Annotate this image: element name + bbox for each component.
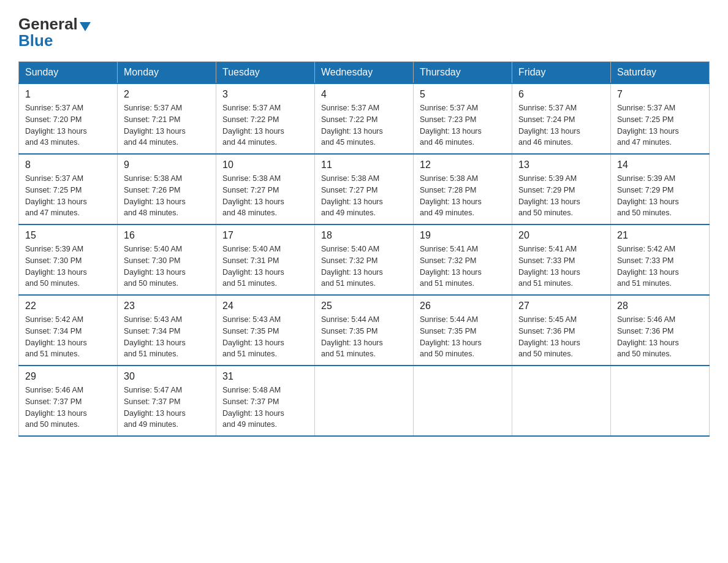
- weekday-header: Sunday: [19, 62, 118, 84]
- calendar-cell: [512, 366, 611, 436]
- day-info: Sunrise: 5:44 AM Sunset: 7:35 PM Dayligh…: [420, 314, 506, 360]
- weekday-header: Saturday: [611, 62, 710, 84]
- day-number: 30: [124, 371, 210, 382]
- calendar-cell: 24 Sunrise: 5:43 AM Sunset: 7:35 PM Dayl…: [216, 295, 315, 366]
- calendar-cell: 26 Sunrise: 5:44 AM Sunset: 7:35 PM Dayl…: [414, 295, 512, 366]
- calendar-cell: 21 Sunrise: 5:42 AM Sunset: 7:33 PM Dayl…: [611, 224, 710, 295]
- calendar-week-row: 1 Sunrise: 5:37 AM Sunset: 7:20 PM Dayli…: [19, 83, 710, 154]
- calendar-cell: 30 Sunrise: 5:47 AM Sunset: 7:37 PM Dayl…: [118, 366, 216, 436]
- day-info: Sunrise: 5:37 AM Sunset: 7:25 PM Dayligh…: [617, 102, 703, 148]
- day-info: Sunrise: 5:41 AM Sunset: 7:33 PM Dayligh…: [518, 243, 604, 289]
- day-number: 23: [124, 301, 210, 312]
- weekday-header: Wednesday: [315, 62, 414, 84]
- calendar-cell: 29 Sunrise: 5:46 AM Sunset: 7:37 PM Dayl…: [19, 366, 118, 436]
- calendar-cell: 5 Sunrise: 5:37 AM Sunset: 7:23 PM Dayli…: [414, 83, 512, 154]
- page-header: General Blue: [18, 15, 710, 50]
- day-number: 3: [222, 89, 308, 100]
- day-info: Sunrise: 5:37 AM Sunset: 7:21 PM Dayligh…: [124, 102, 210, 148]
- calendar-table: SundayMondayTuesdayWednesdayThursdayFrid…: [18, 61, 710, 437]
- weekday-header: Thursday: [414, 62, 512, 84]
- day-number: 31: [222, 371, 308, 382]
- day-info: Sunrise: 5:37 AM Sunset: 7:22 PM Dayligh…: [321, 102, 407, 148]
- day-number: 13: [518, 159, 604, 170]
- calendar-header-row: SundayMondayTuesdayWednesdayThursdayFrid…: [19, 62, 710, 84]
- day-number: 11: [321, 159, 407, 170]
- day-number: 24: [222, 301, 308, 312]
- calendar-cell: 19 Sunrise: 5:41 AM Sunset: 7:32 PM Dayl…: [414, 224, 512, 295]
- calendar-cell: 4 Sunrise: 5:37 AM Sunset: 7:22 PM Dayli…: [315, 83, 414, 154]
- calendar-cell: 2 Sunrise: 5:37 AM Sunset: 7:21 PM Dayli…: [118, 83, 216, 154]
- day-info: Sunrise: 5:37 AM Sunset: 7:20 PM Dayligh…: [25, 102, 111, 148]
- day-number: 20: [518, 230, 604, 241]
- weekday-header: Tuesday: [216, 62, 315, 84]
- day-info: Sunrise: 5:47 AM Sunset: 7:37 PM Dayligh…: [124, 385, 210, 431]
- day-number: 15: [25, 230, 111, 241]
- day-number: 6: [518, 89, 604, 100]
- calendar-cell: [315, 366, 414, 436]
- day-info: Sunrise: 5:40 AM Sunset: 7:31 PM Dayligh…: [222, 243, 308, 289]
- calendar-cell: [611, 366, 710, 436]
- day-info: Sunrise: 5:38 AM Sunset: 7:26 PM Dayligh…: [124, 173, 210, 219]
- calendar-cell: 12 Sunrise: 5:38 AM Sunset: 7:28 PM Dayl…: [414, 154, 512, 224]
- day-info: Sunrise: 5:40 AM Sunset: 7:30 PM Dayligh…: [124, 243, 210, 289]
- day-info: Sunrise: 5:42 AM Sunset: 7:33 PM Dayligh…: [617, 243, 703, 289]
- day-info: Sunrise: 5:46 AM Sunset: 7:37 PM Dayligh…: [25, 385, 111, 431]
- day-number: 21: [617, 230, 703, 241]
- calendar-cell: 3 Sunrise: 5:37 AM Sunset: 7:22 PM Dayli…: [216, 83, 315, 154]
- day-number: 22: [25, 301, 111, 312]
- calendar-cell: 1 Sunrise: 5:37 AM Sunset: 7:20 PM Dayli…: [19, 83, 118, 154]
- day-info: Sunrise: 5:46 AM Sunset: 7:36 PM Dayligh…: [617, 314, 703, 360]
- day-number: 16: [124, 230, 210, 241]
- calendar-cell: 27 Sunrise: 5:45 AM Sunset: 7:36 PM Dayl…: [512, 295, 611, 366]
- day-number: 7: [617, 89, 703, 100]
- calendar-cell: 15 Sunrise: 5:39 AM Sunset: 7:30 PM Dayl…: [19, 224, 118, 295]
- calendar-week-row: 15 Sunrise: 5:39 AM Sunset: 7:30 PM Dayl…: [19, 224, 710, 295]
- calendar-cell: 22 Sunrise: 5:42 AM Sunset: 7:34 PM Dayl…: [19, 295, 118, 366]
- day-info: Sunrise: 5:43 AM Sunset: 7:35 PM Dayligh…: [222, 314, 308, 360]
- calendar-cell: 28 Sunrise: 5:46 AM Sunset: 7:36 PM Dayl…: [611, 295, 710, 366]
- calendar-cell: [414, 366, 512, 436]
- day-info: Sunrise: 5:42 AM Sunset: 7:34 PM Dayligh…: [25, 314, 111, 360]
- weekday-header: Monday: [118, 62, 216, 84]
- calendar-cell: 6 Sunrise: 5:37 AM Sunset: 7:24 PM Dayli…: [512, 83, 611, 154]
- calendar-cell: 9 Sunrise: 5:38 AM Sunset: 7:26 PM Dayli…: [118, 154, 216, 224]
- calendar-cell: 18 Sunrise: 5:40 AM Sunset: 7:32 PM Dayl…: [315, 224, 414, 295]
- weekday-header: Friday: [512, 62, 611, 84]
- day-info: Sunrise: 5:48 AM Sunset: 7:37 PM Dayligh…: [222, 385, 308, 431]
- logo: General Blue: [18, 15, 91, 50]
- day-info: Sunrise: 5:39 AM Sunset: 7:30 PM Dayligh…: [25, 243, 111, 289]
- day-info: Sunrise: 5:40 AM Sunset: 7:32 PM Dayligh…: [321, 243, 407, 289]
- calendar-cell: 7 Sunrise: 5:37 AM Sunset: 7:25 PM Dayli…: [611, 83, 710, 154]
- logo-blue: Blue: [18, 31, 53, 50]
- day-number: 19: [420, 230, 506, 241]
- calendar-cell: 16 Sunrise: 5:40 AM Sunset: 7:30 PM Dayl…: [118, 224, 216, 295]
- day-info: Sunrise: 5:37 AM Sunset: 7:23 PM Dayligh…: [420, 102, 506, 148]
- day-number: 26: [420, 301, 506, 312]
- day-number: 9: [124, 159, 210, 170]
- day-info: Sunrise: 5:44 AM Sunset: 7:35 PM Dayligh…: [321, 314, 407, 360]
- calendar-cell: 14 Sunrise: 5:39 AM Sunset: 7:29 PM Dayl…: [611, 154, 710, 224]
- day-info: Sunrise: 5:37 AM Sunset: 7:25 PM Dayligh…: [25, 173, 111, 219]
- day-number: 1: [25, 89, 111, 100]
- day-number: 28: [617, 301, 703, 312]
- day-info: Sunrise: 5:39 AM Sunset: 7:29 PM Dayligh…: [617, 173, 703, 219]
- day-number: 27: [518, 301, 604, 312]
- calendar-cell: 8 Sunrise: 5:37 AM Sunset: 7:25 PM Dayli…: [19, 154, 118, 224]
- day-info: Sunrise: 5:38 AM Sunset: 7:27 PM Dayligh…: [321, 173, 407, 219]
- calendar-cell: 13 Sunrise: 5:39 AM Sunset: 7:29 PM Dayl…: [512, 154, 611, 224]
- calendar-cell: 31 Sunrise: 5:48 AM Sunset: 7:37 PM Dayl…: [216, 366, 315, 436]
- day-info: Sunrise: 5:38 AM Sunset: 7:28 PM Dayligh…: [420, 173, 506, 219]
- day-info: Sunrise: 5:39 AM Sunset: 7:29 PM Dayligh…: [518, 173, 604, 219]
- day-info: Sunrise: 5:41 AM Sunset: 7:32 PM Dayligh…: [420, 243, 506, 289]
- day-number: 29: [25, 371, 111, 382]
- calendar-cell: 11 Sunrise: 5:38 AM Sunset: 7:27 PM Dayl…: [315, 154, 414, 224]
- calendar-cell: 20 Sunrise: 5:41 AM Sunset: 7:33 PM Dayl…: [512, 224, 611, 295]
- day-number: 4: [321, 89, 407, 100]
- day-number: 10: [222, 159, 308, 170]
- calendar-cell: 10 Sunrise: 5:38 AM Sunset: 7:27 PM Dayl…: [216, 154, 315, 224]
- day-info: Sunrise: 5:38 AM Sunset: 7:27 PM Dayligh…: [222, 173, 308, 219]
- day-info: Sunrise: 5:43 AM Sunset: 7:34 PM Dayligh…: [124, 314, 210, 360]
- calendar-cell: 25 Sunrise: 5:44 AM Sunset: 7:35 PM Dayl…: [315, 295, 414, 366]
- day-info: Sunrise: 5:37 AM Sunset: 7:24 PM Dayligh…: [518, 102, 604, 148]
- calendar-cell: 17 Sunrise: 5:40 AM Sunset: 7:31 PM Dayl…: [216, 224, 315, 295]
